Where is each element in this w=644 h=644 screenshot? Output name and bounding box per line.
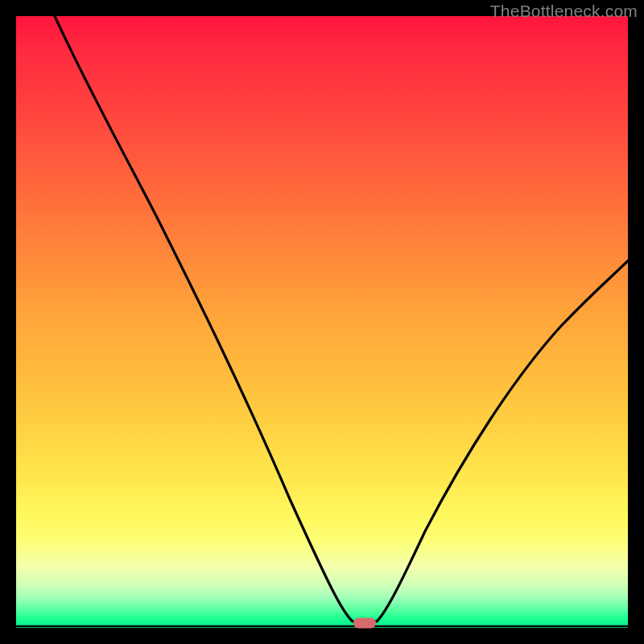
chart-frame: TheBottleneck.com — [0, 0, 644, 644]
bottleneck-curve — [16, 16, 628, 621]
plot-area — [16, 16, 628, 628]
watermark-text: TheBottleneck.com — [490, 2, 638, 21]
curve-svg — [16, 16, 628, 628]
minimum-marker — [353, 618, 376, 629]
